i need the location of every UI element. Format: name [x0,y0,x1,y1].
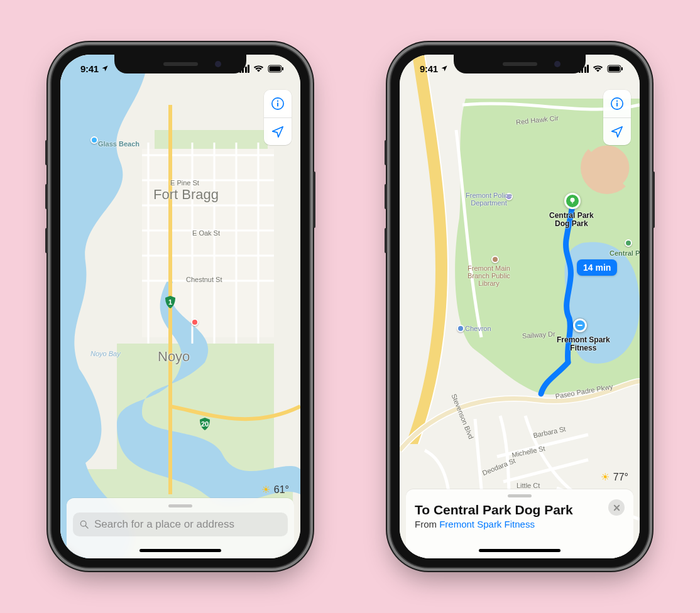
sun-icon: ☀︎ [601,471,610,483]
weather-widget[interactable]: ☀︎ 61° [261,484,289,496]
locate-button[interactable] [603,117,631,145]
sun-icon: ☀︎ [261,484,270,496]
label-central-park-dog-park: Central Park Dog Park [549,212,594,228]
notch [114,55,246,73]
label-chevron: Chevron [465,325,491,332]
location-services-icon [101,63,109,74]
label-fort-bragg: Fort Bragg [153,187,219,203]
search-icon [79,519,89,529]
close-button[interactable] [608,499,625,516]
poi-chevron[interactable] [457,325,464,332]
label-fremont-police: Fremont Police Department [466,192,512,207]
poi-library[interactable] [491,256,499,263]
search-placeholder: Search for a place or address [94,518,234,531]
info-button[interactable] [603,90,631,117]
info-button[interactable] [264,90,292,117]
label-spark-fitness: Fremont Spark Fitness [557,336,610,352]
svg-rect-33 [572,202,572,204]
directions-from-link[interactable]: Fremont Spark Fitness [439,519,535,529]
screen: Glass Beach Fort Bragg E Pine St E Oak S… [60,55,300,558]
locate-icon [610,125,624,139]
svg-point-18 [277,100,278,102]
home-indicator[interactable] [139,549,221,552]
home-indicator[interactable] [479,549,561,552]
phone-right: Red Hawk Cir Fremont Police Department C… [391,46,648,567]
poi-hospital[interactable] [191,318,199,326]
label-central-park: Central Park [610,249,640,257]
poi-glass-beach[interactable] [90,136,98,144]
battery-icon [607,65,623,73]
wifi-icon [253,65,264,73]
weather-temp: 61° [274,484,289,496]
highway-shield-20: 20 [197,416,212,431]
close-icon [613,504,620,511]
current-location-dot[interactable] [573,318,587,332]
label-noyo-bay: Noyo Bay [90,350,121,357]
status-time: 9:41 [420,63,438,74]
screen: Red Hawk Cir Fremont Police Department C… [400,55,640,558]
poi-central-park[interactable] [625,239,632,247]
directions-subtitle: From Fremont Spark Fitness [415,519,625,529]
label-fremont-library: Fremont Main Branch Public Library [468,264,510,287]
svg-point-35 [616,100,618,102]
svg-line-21 [85,526,88,528]
phone-left: Glass Beach Fort Bragg E Pine St E Oak S… [52,46,309,567]
highway-shield-1: 1 [163,295,178,310]
card-grabber[interactable] [168,504,192,507]
notch [454,55,586,73]
map-controls [603,90,631,145]
info-icon [271,97,285,111]
from-prefix: From [415,519,439,529]
svg-rect-38 [609,66,620,71]
wifi-icon [593,65,603,73]
svg-rect-19 [277,102,278,106]
map-controls [264,90,292,145]
label-chestnut-st: Chestnut St [186,276,222,283]
label-noyo: Noyo [158,349,190,365]
svg-rect-39 [621,67,623,70]
label-e-oak-st: E Oak St [192,229,220,237]
card-grabber[interactable] [508,494,532,497]
search-input[interactable]: Search for a place or address [73,513,288,536]
svg-rect-24 [282,67,283,70]
locate-icon [271,125,285,139]
label-e-pine-st: E Pine St [170,179,199,187]
tree-icon [568,197,577,205]
locate-button[interactable] [264,117,292,145]
label-little-ct: Little Ct [517,482,540,489]
info-icon [610,97,624,111]
label-glass-beach: Glass Beach [98,140,139,148]
svg-rect-36 [616,102,618,106]
svg-rect-23 [270,66,281,71]
directions-title: To Central Park Dog Park [415,502,625,518]
route-time-badge[interactable]: 14 min [577,259,617,276]
weather-temp: 77° [613,472,628,483]
location-services-icon [440,63,448,74]
destination-pin[interactable] [564,193,581,209]
battery-icon [268,65,284,73]
weather-widget[interactable]: ☀︎ 77° [601,471,628,483]
directions-card[interactable]: To Central Park Dog Park From Fremont Sp… [406,489,633,558]
status-time: 9:41 [80,63,99,74]
